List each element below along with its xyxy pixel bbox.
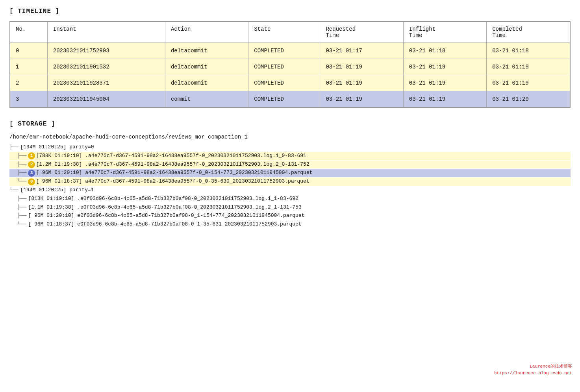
tree-prefix: └── bbox=[17, 220, 26, 229]
table-cell: COMPLETED bbox=[248, 75, 320, 91]
tree-badge: 0 bbox=[28, 178, 35, 185]
table-cell: 03-21 01:19 bbox=[320, 91, 403, 108]
table-cell: 03-21 01:19 bbox=[403, 91, 486, 108]
tree-line: └──0[ 96M 01:18:37] a4e770c7-d367-4591-9… bbox=[9, 178, 571, 186]
tree-text: [788K 01:19:10] .a4e770c7-d367-4591-98a2… bbox=[36, 152, 306, 160]
tree-line: ├──[813K 01:19:10] .e0f03d96-6c8b-4c65-a… bbox=[9, 195, 571, 203]
tree-prefix: ├── bbox=[17, 152, 26, 160]
tree-text: [194M 01:20:25] parity=0 bbox=[20, 143, 94, 152]
col-requested: RequestedTime bbox=[320, 22, 403, 43]
tree-prefix: ├── bbox=[17, 195, 26, 203]
table-cell: 1 bbox=[10, 59, 47, 75]
table-cell: 0 bbox=[10, 43, 47, 59]
table-cell: 03-21 01:19 bbox=[320, 59, 403, 75]
storage-tree: ├──[194M 01:20:25] parity=0├──1[788K 01:… bbox=[9, 143, 571, 229]
tree-line: └──[194M 01:20:25] parity=1 bbox=[9, 186, 571, 194]
table-cell: deltacommit bbox=[165, 75, 248, 91]
table-cell: 2 bbox=[10, 75, 47, 91]
col-action: Action bbox=[165, 22, 248, 43]
tree-badge: 3 bbox=[28, 170, 35, 177]
timeline-section: [ TIMELINE ] No. Instant Action State Re… bbox=[9, 8, 571, 108]
tree-line: └──[ 96M 01:18:37] e0f03d96-6c8b-4c65-a5… bbox=[9, 220, 571, 229]
col-state: State bbox=[248, 22, 320, 43]
tree-line: ├──[1.1M 01:19:38] .e0f03d96-6c8b-4c65-a… bbox=[9, 203, 571, 212]
table-cell: 20230321011901532 bbox=[47, 59, 165, 75]
tree-prefix: ├── bbox=[17, 212, 26, 220]
tree-text: [1.1M 01:19:38] .e0f03d96-6c8b-4c65-a5d8… bbox=[28, 203, 301, 212]
tree-prefix: ├── bbox=[17, 169, 26, 177]
tree-prefix: ├── bbox=[17, 161, 26, 169]
tree-badge: 2 bbox=[28, 161, 35, 168]
tree-line: ├──[194M 01:20:25] parity=0 bbox=[9, 143, 571, 152]
tree-line: ├──3[ 96M 01:20:10] a4e770c7-d367-4591-9… bbox=[9, 169, 571, 177]
tree-prefix: ├── bbox=[17, 203, 26, 212]
tree-text: [ 96M 01:18:37] e0f03d96-6c8b-4c65-a5d8-… bbox=[28, 220, 301, 229]
tree-text: [1.2M 01:19:38] .a4e770c7-d367-4591-98a2… bbox=[36, 161, 309, 169]
timeline-table: No. Instant Action State RequestedTime I… bbox=[9, 21, 571, 108]
table-row: 020230321011752903deltacommitCOMPLETED03… bbox=[10, 43, 570, 59]
tree-badge: 1 bbox=[28, 152, 35, 159]
table-cell: COMPLETED bbox=[248, 59, 320, 75]
table-cell: 03-21 01:19 bbox=[487, 75, 570, 91]
tree-text: [194M 01:20:25] parity=1 bbox=[20, 186, 94, 194]
table-row: 320230321011945004commitCOMPLETED03-21 0… bbox=[10, 91, 570, 108]
table-cell: 3 bbox=[10, 91, 47, 108]
col-instant: Instant bbox=[47, 22, 165, 43]
table-cell: deltacommit bbox=[165, 59, 248, 75]
tree-text: [ 96M 01:20:10] a4e770c7-d367-4591-98a2-… bbox=[36, 169, 312, 177]
storage-header: [ STORAGE ] bbox=[9, 120, 571, 128]
table-cell: 03-21 01:17 bbox=[320, 43, 403, 59]
tree-prefix: └── bbox=[9, 186, 19, 194]
table-cell: 03-21 01:18 bbox=[487, 43, 570, 59]
table-cell: 20230321011752903 bbox=[47, 43, 165, 59]
tree-line: ├──2[1.2M 01:19:38] .a4e770c7-d367-4591-… bbox=[9, 161, 571, 169]
tree-line: ├──[ 96M 01:20:10] e0f03d96-6c8b-4c65-a5… bbox=[9, 212, 571, 220]
tree-text: [ 96M 01:18:37] a4e770c7-d367-4591-98a2-… bbox=[36, 178, 309, 186]
table-cell: 03-21 01:19 bbox=[320, 75, 403, 91]
tree-line: ├──1[788K 01:19:10] .a4e770c7-d367-4591-… bbox=[9, 152, 571, 160]
table-cell: 03-21 01:18 bbox=[403, 43, 486, 59]
table-cell: deltacommit bbox=[165, 43, 248, 59]
table-cell: commit bbox=[165, 91, 248, 108]
table-row: 220230321011928371deltacommitCOMPLETED03… bbox=[10, 75, 570, 91]
tree-text: [813K 01:19:10] .e0f03d96-6c8b-4c65-a5d8… bbox=[28, 195, 298, 203]
tree-prefix: └── bbox=[17, 178, 26, 186]
tree-text: [ 96M 01:20:10] e0f03d96-6c8b-4c65-a5d8-… bbox=[28, 212, 304, 220]
timeline-header: [ TIMELINE ] bbox=[9, 8, 571, 15]
col-no: No. bbox=[10, 22, 47, 43]
col-inflight: InflightTime bbox=[403, 22, 486, 43]
table-cell: 03-21 01:20 bbox=[487, 91, 570, 108]
table-cell: 03-21 01:19 bbox=[487, 59, 570, 75]
tree-prefix: ├── bbox=[9, 143, 19, 152]
table-cell: 20230321011945004 bbox=[47, 91, 165, 108]
table-cell: COMPLETED bbox=[248, 91, 320, 108]
storage-path: /home/emr-notebook/apache-hudi-core-conc… bbox=[9, 134, 571, 140]
col-completed: CompletedTime bbox=[487, 22, 570, 43]
table-cell: 03-21 01:19 bbox=[403, 59, 486, 75]
storage-section: [ STORAGE ] /home/emr-notebook/apache-hu… bbox=[9, 120, 571, 229]
table-header-row: No. Instant Action State RequestedTime I… bbox=[10, 22, 570, 43]
table-row: 120230321011901532deltacommitCOMPLETED03… bbox=[10, 59, 570, 75]
table-cell: COMPLETED bbox=[248, 43, 320, 59]
table-cell: 20230321011928371 bbox=[47, 75, 165, 91]
table-cell: 03-21 01:19 bbox=[403, 75, 486, 91]
